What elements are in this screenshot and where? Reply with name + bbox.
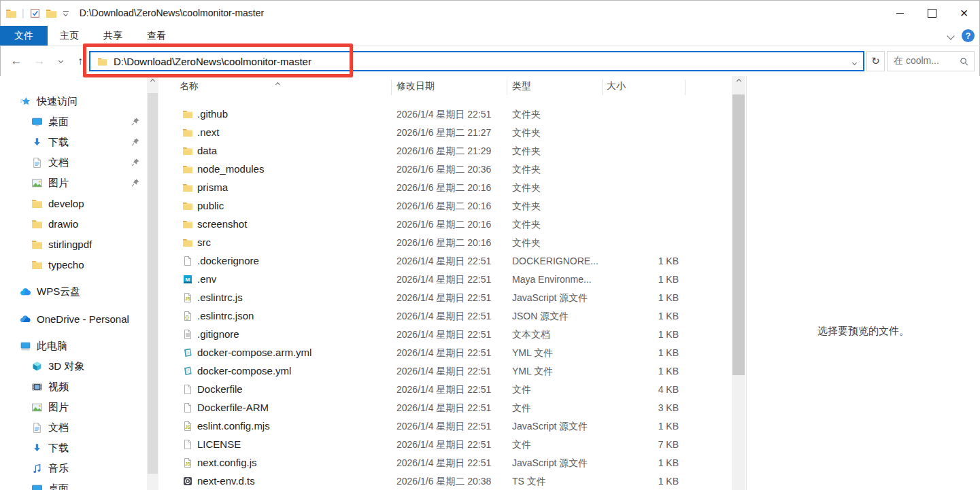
table-row[interactable]: LICENSE2026/1/4 星期日 22:51文件7 KB: [163, 436, 732, 454]
sidebar-item-documents-pinned[interactable]: 文档: [0, 152, 147, 173]
tab-share[interactable]: 共享: [91, 26, 135, 46]
pin-icon: [131, 178, 140, 188]
cell-size: 1 KB: [602, 256, 679, 266]
sidebar-item-3d-objects[interactable]: 3D 对象: [0, 356, 147, 377]
table-row[interactable]: docker-compose.yml2026/1/4 星期日 22:51YML …: [163, 362, 732, 381]
help-button[interactable]: ?: [962, 29, 975, 42]
sidebar-item-label: 下载: [48, 136, 69, 149]
sidebar-item-music[interactable]: 音乐: [0, 458, 147, 478]
column-header-size[interactable]: 大小: [607, 80, 626, 92]
sidebar-item-downloads-pinned[interactable]: 下载: [0, 132, 147, 152]
sidebar-item-this-pc[interactable]: 此电脑: [0, 336, 147, 356]
refresh-button[interactable]: ↻: [866, 51, 885, 71]
table-row[interactable]: next-env.d.ts2026/1/6 星期二 20:38TS 文件1 KB: [163, 472, 732, 490]
new-folder-icon[interactable]: [46, 7, 57, 19]
table-row[interactable]: .next2026/1/6 星期二 21:27文件夹: [163, 124, 732, 142]
scrollbar-thumb[interactable]: [148, 93, 158, 474]
collapse-ribbon-chevron-icon[interactable]: [947, 32, 954, 39]
column-divider[interactable]: [507, 80, 507, 95]
minimize-button[interactable]: [884, 0, 916, 26]
cell-name: next-env.d.ts: [197, 475, 255, 487]
preview-pane: 选择要预览的文件。: [746, 76, 980, 490]
cell-date: 2026/1/4 星期日 22:51: [396, 402, 491, 415]
sidebar-item-label: 文档: [48, 421, 69, 434]
table-row[interactable]: .github2026/1/4 星期日 22:51文件夹: [163, 105, 732, 124]
table-row[interactable]: docker-compose.arm.yml2026/1/4 星期日 22:51…: [163, 344, 732, 362]
tab-view[interactable]: 查看: [135, 26, 178, 46]
maximize-button[interactable]: [916, 0, 948, 26]
scroll-up-icon[interactable]: [147, 80, 158, 83]
table-row[interactable]: M.env2026/1/4 星期日 22:51Maya Environme...…: [163, 270, 732, 289]
sidebar-item-develop[interactable]: develop: [0, 193, 147, 213]
cell-type: 文件夹: [512, 219, 541, 231]
column-divider[interactable]: [685, 80, 686, 95]
recent-locations-chevron-icon[interactable]: [53, 46, 68, 76]
address-dropdown-chevron-icon[interactable]: [853, 55, 856, 67]
scroll-up-icon[interactable]: [732, 80, 745, 83]
forward-button[interactable]: →: [29, 46, 50, 76]
table-row[interactable]: .gitignore2026/1/4 星期日 22:51文本文档1 KB: [163, 326, 732, 344]
desktop-icon: [31, 483, 43, 490]
svg-text:M: M: [186, 277, 190, 283]
column-divider[interactable]: [602, 80, 603, 95]
pictures-icon: [31, 177, 43, 189]
table-row[interactable]: prisma2026/1/6 星期二 20:16文件夹: [163, 179, 732, 197]
js-file-icon: JS: [182, 292, 193, 303]
column-divider[interactable]: [391, 80, 392, 95]
sidebar-item-wps-cloud[interactable]: WPS云盘: [0, 281, 147, 302]
column-header-name[interactable]: 名称: [180, 80, 199, 92]
table-row[interactable]: node_modules2026/1/6 星期二 20:36文件夹: [163, 160, 732, 179]
sidebar-item-pictures[interactable]: 图片: [0, 397, 147, 417]
checkbox-properties-icon[interactable]: [29, 7, 41, 19]
table-row[interactable]: Dockerfile-ARM2026/1/4 星期日 22:51文件3 KB: [163, 399, 732, 417]
address-bar[interactable]: D:\Download\ZeroNews\coolmonitor-master: [89, 51, 864, 71]
pin-icon: [131, 137, 140, 147]
close-button[interactable]: ×: [948, 0, 980, 26]
sidebar-item-desktop[interactable]: 桌面: [0, 478, 147, 490]
table-row[interactable]: src2026/1/6 星期二 20:16文件夹: [163, 234, 732, 252]
table-row[interactable]: screenshot2026/1/6 星期二 20:16文件夹: [163, 215, 732, 234]
table-row[interactable]: public2026/1/6 星期二 20:16文件夹: [163, 197, 732, 215]
sidebar-item-pictures-pinned[interactable]: 图片: [0, 173, 147, 193]
sidebar-item-videos[interactable]: 视频: [0, 377, 147, 397]
sidebar-item-downloads[interactable]: 下载: [0, 438, 147, 458]
scrollbar-thumb[interactable]: [732, 94, 745, 375]
table-row[interactable]: JS.eslintrc.js2026/1/4 星期日 22:51JavaScri…: [163, 289, 732, 307]
search-box[interactable]: 在 coolm...: [887, 51, 975, 71]
sidebar-scrollbar[interactable]: [147, 76, 158, 490]
customize-toolbar-chevron-icon[interactable]: [63, 11, 69, 16]
cell-name: .eslintrc.js: [197, 292, 243, 303]
js-file-icon: JS: [182, 457, 193, 468]
sidebar-item-typecho[interactable]: typecho: [0, 254, 147, 275]
table-row[interactable]: .dockerignore2026/1/4 星期日 22:51DOCKERIGN…: [163, 252, 732, 270]
table-row[interactable]: JSeslint.config.mjs2026/1/4 星期日 22:51Jav…: [163, 417, 732, 436]
tab-home[interactable]: 主页: [48, 26, 91, 46]
cell-date: 2026/1/6 星期二 21:29: [396, 145, 491, 158]
sidebar-item-drawio[interactable]: drawio: [0, 213, 147, 234]
sidebar-item-desktop-pinned[interactable]: 桌面: [0, 111, 147, 132]
sidebar-item-onedrive[interactable]: OneDrive - Personal: [0, 309, 147, 329]
table-row[interactable]: data2026/1/6 星期二 21:29文件夹: [163, 142, 732, 160]
table-row[interactable]: {}.eslintrc.json2026/1/4 星期日 22:51JSON 源…: [163, 307, 732, 326]
table-row[interactable]: Dockerfile2026/1/4 星期日 22:51文件4 KB: [163, 381, 732, 399]
explorer-window: | D:\Download\ZeroNews\coolmonitor-maste…: [0, 0, 980, 490]
column-header-date[interactable]: 修改日期: [396, 80, 435, 92]
sidebar-item-quick-access[interactable]: 快速访问: [0, 91, 147, 111]
cell-name: data: [197, 145, 217, 156]
up-button[interactable]: ↑: [69, 46, 91, 76]
sidebar-item-label: 文档: [48, 156, 69, 169]
sidebar-item-documents[interactable]: 文档: [0, 417, 147, 438]
folder-file-icon: [182, 127, 193, 138]
table-row[interactable]: JSnext.config.js2026/1/4 星期日 22:51JavaSc…: [163, 454, 732, 472]
quick-access-toolbar: |: [0, 7, 69, 19]
file-list-scrollbar[interactable]: [732, 76, 745, 490]
cell-type: YML 文件: [512, 366, 553, 378]
sidebar-item-label: 此电脑: [37, 340, 67, 353]
column-header-type[interactable]: 类型: [512, 80, 531, 92]
sidebar-item-stirlingpdf[interactable]: stirlingpdf: [0, 234, 147, 254]
cell-name: Dockerfile-ARM: [197, 402, 269, 413]
sidebar-item-label: 视频: [48, 381, 69, 393]
back-button[interactable]: ←: [5, 46, 27, 76]
tab-file[interactable]: 文件: [0, 26, 48, 46]
sort-ascending-icon: [276, 77, 280, 88]
